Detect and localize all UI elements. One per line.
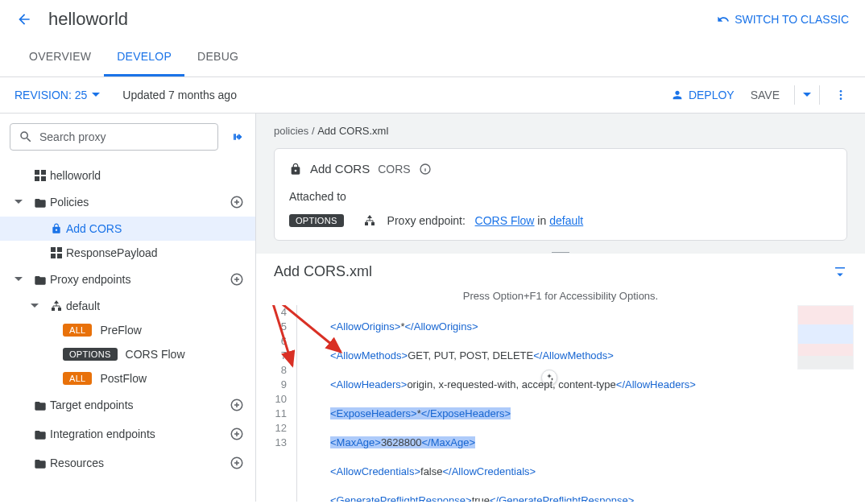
default-link[interactable]: default [549, 214, 583, 227]
search-input-container[interactable] [10, 123, 218, 151]
tree-target-endpoints-label: Target endpoints [50, 399, 228, 411]
tree-policies[interactable]: Policies [0, 188, 255, 217]
tree-root-label: helloworld [50, 169, 246, 182]
svg-marker-20 [367, 215, 372, 218]
save-button[interactable]: SAVE [751, 89, 780, 101]
folder-icon [31, 196, 50, 208]
chevron-down-icon[interactable] [14, 275, 31, 283]
svg-point-2 [840, 97, 842, 100]
add-policy-icon[interactable] [228, 193, 246, 211]
lock-icon [289, 163, 302, 176]
divider [819, 85, 820, 105]
svg-point-1 [840, 94, 842, 97]
tree-add-cors[interactable]: Add CORS [0, 217, 255, 241]
grid-icon [47, 247, 66, 258]
minimap[interactable] [797, 305, 854, 370]
accessibility-banner: Press Option+F1 for Accessibility Option… [256, 287, 865, 305]
svg-marker-13 [54, 300, 59, 304]
chevron-down-icon[interactable] [14, 198, 31, 206]
tab-bar: OVERVIEW DEVELOP DEBUG [0, 39, 865, 77]
svg-rect-8 [51, 247, 56, 252]
tree: helloworld Policies Add CORS ResponsePay… [0, 160, 255, 481]
add-target-endpoint-icon[interactable] [228, 396, 246, 414]
svg-rect-5 [35, 176, 39, 181]
tree-response-payload-label: ResponsePayload [66, 246, 246, 259]
collapse-sidebar-icon[interactable] [231, 130, 246, 144]
cors-flow-link[interactable]: CORS Flow [475, 214, 535, 227]
tree-default[interactable]: default [0, 294, 255, 318]
code-editor[interactable]: 4 5 6 7 8 9 10 11 12 13 <AllowOrigins>*<… [256, 305, 865, 502]
folder-icon [31, 428, 50, 440]
tree-proxy-endpoints-label: Proxy endpoints [50, 273, 228, 286]
svg-point-0 [840, 90, 842, 93]
revision-label: REVISION: 25 [14, 89, 87, 101]
add-proxy-endpoint-icon[interactable] [228, 271, 246, 288]
tree-default-label: default [66, 300, 246, 312]
tab-develop[interactable]: DEVELOP [104, 39, 184, 76]
line-gutter: 4 5 6 7 8 9 10 11 12 13 [256, 305, 296, 502]
search-icon [19, 130, 33, 144]
undo-icon [717, 13, 730, 26]
switch-to-classic-label: SWITCH TO CLASSIC [735, 13, 849, 26]
all-badge: ALL [63, 324, 92, 337]
breadcrumb: policies / Add CORS.xml [256, 114, 865, 148]
all-badge: ALL [63, 372, 92, 385]
info-icon[interactable] [419, 163, 432, 176]
svg-rect-21 [365, 222, 368, 225]
deploy-label: DEPLOY [689, 89, 735, 101]
code-content[interactable]: <AllowOrigins>*</AllowOrigins> <AllowMet… [308, 305, 865, 502]
tree-proxy-endpoints[interactable]: Proxy endpoints [0, 265, 255, 294]
svg-rect-15 [58, 308, 61, 311]
editor-panel: Add CORS.xml Press Option+F1 for Accessi… [256, 254, 865, 502]
chevron-down-icon[interactable] [31, 302, 47, 310]
svg-rect-6 [41, 176, 46, 181]
tab-overview[interactable]: OVERVIEW [16, 39, 104, 76]
back-arrow-icon[interactable] [16, 11, 32, 27]
tree-integration-endpoints-label: Integration endpoints [50, 428, 228, 440]
more-menu[interactable] [831, 85, 851, 105]
switch-to-classic-button[interactable]: SWITCH TO CLASSIC [717, 13, 849, 26]
tree-resources-label: Resources [50, 456, 228, 469]
tree-target-endpoints[interactable]: Target endpoints [0, 390, 255, 419]
svg-rect-22 [371, 222, 375, 225]
save-dropdown[interactable] [800, 88, 814, 102]
tree-resources[interactable]: Resources [0, 448, 255, 477]
breadcrumb-parent[interactable]: policies [274, 125, 308, 137]
endpoint-icon [363, 214, 376, 227]
sidebar: helloworld Policies Add CORS ResponsePay… [0, 114, 256, 502]
deploy-button[interactable]: DEPLOY [671, 89, 735, 101]
tree-preflow[interactable]: ALL PreFlow [0, 318, 255, 342]
policy-type: CORS [378, 163, 410, 176]
page-title: helloworld [48, 9, 717, 30]
tree-postflow-label: PostFlow [100, 372, 246, 385]
deploy-icon [671, 89, 684, 101]
lock-icon [47, 223, 66, 234]
fold-bar [296, 305, 308, 502]
svg-rect-3 [35, 170, 39, 175]
svg-rect-9 [57, 247, 62, 252]
collapse-editor-icon[interactable] [833, 265, 847, 279]
svg-rect-11 [57, 254, 62, 258]
tree-corsflow-label: CORS Flow [126, 348, 246, 361]
add-resource-icon[interactable] [228, 454, 246, 472]
content-area: policies / Add CORS.xml Add CORS CORS At… [256, 114, 865, 502]
policy-title: Add CORS [310, 162, 370, 176]
proxy-endpoint-label: Proxy endpoint: [387, 214, 466, 227]
divider [794, 85, 795, 105]
tree-root[interactable]: helloworld [0, 163, 255, 188]
policy-info-card: Add CORS CORS Attached to OPTIONS Proxy … [274, 148, 847, 241]
updated-timestamp: Updated 7 months ago [122, 89, 671, 101]
add-integration-endpoint-icon[interactable] [228, 425, 246, 443]
tree-response-payload[interactable]: ResponsePayload [0, 241, 255, 265]
tab-debug[interactable]: DEBUG [184, 39, 251, 76]
tree-corsflow[interactable]: OPTIONS CORS Flow [0, 342, 255, 366]
folder-icon [31, 457, 50, 469]
tree-postflow[interactable]: ALL PostFlow [0, 366, 255, 390]
endpoint-icon [47, 300, 66, 312]
search-input[interactable] [39, 130, 209, 143]
tree-integration-endpoints[interactable]: Integration endpoints [0, 419, 255, 448]
folder-icon [31, 399, 50, 411]
revision-dropdown[interactable]: REVISION: 25 [14, 89, 100, 101]
svg-rect-4 [41, 170, 46, 175]
options-badge: OPTIONS [289, 214, 344, 227]
